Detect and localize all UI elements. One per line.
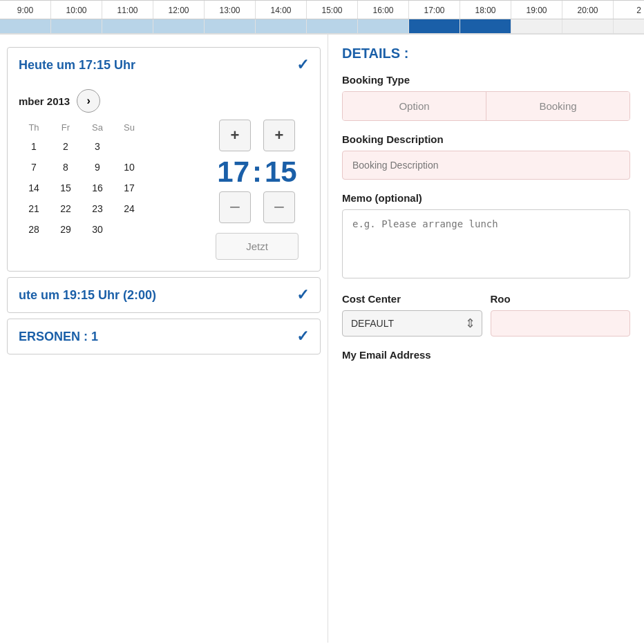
cal-day[interactable]: 24 (114, 199, 144, 218)
bar-cell-2 (102, 19, 153, 33)
details-title: DETAILS : (342, 46, 630, 61)
bar-cell-10 (511, 19, 562, 33)
jetzt-button[interactable]: Jetzt (216, 233, 299, 260)
persons-section: ERSONEN : 1 ✓ (7, 319, 321, 354)
persons-header[interactable]: ERSONEN : 1 ✓ (8, 319, 320, 354)
time-colon: : (252, 155, 262, 189)
cal-day[interactable]: 2 (50, 137, 81, 156)
cal-day[interactable]: 29 (50, 220, 81, 239)
cal-header-sa: Sa (82, 120, 113, 135)
cal-day[interactable]: 23 (82, 199, 113, 218)
right-panel: DETAILS : Booking Type Option Booking Bo… (328, 35, 644, 643)
time-display: 17 : 15 (205, 155, 309, 189)
cal-day (114, 137, 144, 156)
persons-checkmark: ✓ (296, 328, 309, 345)
minute-minus-button[interactable]: − (263, 191, 295, 223)
month-label: mber 2013 (19, 95, 70, 107)
cal-day[interactable]: 8 (50, 158, 81, 177)
timeline-hour-9: 9:00 (0, 1, 51, 19)
bar-cell-6 (307, 19, 358, 33)
time-minus-row: − − (205, 191, 309, 223)
minute-plus-button[interactable]: + (263, 120, 295, 151)
cal-day[interactable]: 7 (19, 158, 49, 177)
email-group: My Email Address (342, 349, 630, 361)
cal-day[interactable]: 17 (114, 178, 144, 198)
end-time-title: ute um 19:15 Uhr (2:00) (19, 288, 156, 303)
timeline-hour-16: 16:00 (358, 1, 409, 19)
booking-desc-label: Booking Description (342, 133, 630, 145)
room-field: Roo (491, 293, 631, 337)
calendar-nav: mber 2013 › (19, 89, 309, 113)
left-panel: Heute um 17:15 Uhr ✓ mber 2013 › Th Fr S… (0, 35, 328, 643)
option-button[interactable]: Option (343, 92, 486, 120)
main-content: Heute um 17:15 Uhr ✓ mber 2013 › Th Fr S… (0, 35, 644, 643)
cal-day (114, 220, 144, 239)
bar-cell-5 (256, 19, 307, 33)
bar-cell-0 (0, 19, 51, 33)
time-plus-row: + + (205, 120, 309, 151)
bar-cell-12 (614, 19, 644, 33)
timeline-hour-11: 11:00 (102, 1, 153, 19)
start-time-header[interactable]: Heute um 17:15 Uhr ✓ (8, 48, 320, 82)
timeline-header: 9:00 10:00 11:00 12:00 13:00 14:00 15:00… (0, 0, 644, 19)
email-label: My Email Address (342, 349, 630, 361)
next-month-button[interactable]: › (77, 89, 100, 113)
end-time-header[interactable]: ute um 19:15 Uhr (2:00) ✓ (8, 278, 320, 312)
start-time-checkmark: ✓ (296, 56, 309, 74)
memo-label: Memo (optional) (342, 192, 630, 204)
bar-cell-4 (205, 19, 256, 33)
cost-row: Cost Center DEFAULT ⇕ Roo (342, 293, 630, 337)
memo-group: Memo (optional) (342, 192, 630, 281)
bar-cell-8 (409, 19, 460, 33)
bar-cell-1 (51, 19, 102, 33)
cost-center-group: Cost Center DEFAULT ⇕ Roo (342, 293, 630, 337)
cost-center-label: Cost Center (342, 293, 482, 305)
start-time-title: Heute um 17:15 Uhr (19, 58, 135, 73)
booking-desc-group: Booking Description (342, 133, 630, 180)
cal-day[interactable]: 30 (82, 220, 113, 239)
hour-minus-button[interactable]: − (219, 191, 251, 223)
minute-value: 15 (265, 155, 297, 189)
booking-type-group: Booking Type Option Booking (342, 74, 630, 121)
cal-day[interactable]: 3 (82, 137, 113, 156)
calendar-body: mber 2013 › Th Fr Sa Su 1 2 3 7 (8, 82, 320, 271)
bar-cell-3 (153, 19, 205, 33)
timeline-hour-17: 17:00 (409, 1, 460, 19)
cal-day[interactable]: 14 (19, 178, 49, 198)
bar-cell-9 (460, 19, 511, 33)
cal-day[interactable]: 1 (19, 137, 49, 156)
timeline-hour-21: 2 (614, 1, 644, 19)
cal-day[interactable]: 22 (50, 199, 81, 218)
end-time-checkmark: ✓ (296, 286, 309, 304)
cal-header-su: Su (114, 120, 144, 135)
calendar-grid: Th Fr Sa Su 1 2 3 7 8 9 10 14 15 (19, 120, 144, 239)
cal-day[interactable]: 15 (50, 178, 81, 198)
timeline-hour-10: 10:00 (51, 1, 102, 19)
cal-day[interactable]: 10 (114, 158, 144, 177)
cal-day[interactable]: 21 (19, 199, 49, 218)
timeline-hour-19: 19:00 (511, 1, 562, 19)
time-picker: + + 17 : 15 − − Jetzt (205, 120, 309, 260)
room-input[interactable] (491, 310, 631, 337)
booking-button[interactable]: Booking (486, 92, 629, 120)
memo-textarea[interactable] (342, 209, 630, 278)
cost-center-select[interactable]: DEFAULT (342, 310, 482, 337)
booking-desc-input[interactable] (342, 151, 630, 180)
bar-cell-11 (562, 19, 614, 33)
hour-plus-button[interactable]: + (219, 120, 251, 151)
timeline-hour-14: 14:00 (256, 1, 307, 19)
persons-title: ERSONEN : 1 (19, 330, 98, 344)
cal-header-fr: Fr (50, 120, 81, 135)
timeline-hour-12: 12:00 (153, 1, 205, 19)
cal-day[interactable]: 9 (82, 158, 113, 177)
timeline-hour-15: 15:00 (307, 1, 358, 19)
timeline-hour-13: 13:00 (205, 1, 256, 19)
cal-day[interactable]: 28 (19, 220, 49, 239)
cal-day[interactable]: 16 (82, 178, 113, 198)
hour-value: 17 (217, 155, 249, 189)
timeline-bar (0, 19, 644, 35)
cal-header-th: Th (19, 120, 49, 135)
bar-cell-7 (358, 19, 409, 33)
timeline-hour-20: 20:00 (562, 1, 614, 19)
booking-type-toggle: Option Booking (342, 91, 630, 121)
